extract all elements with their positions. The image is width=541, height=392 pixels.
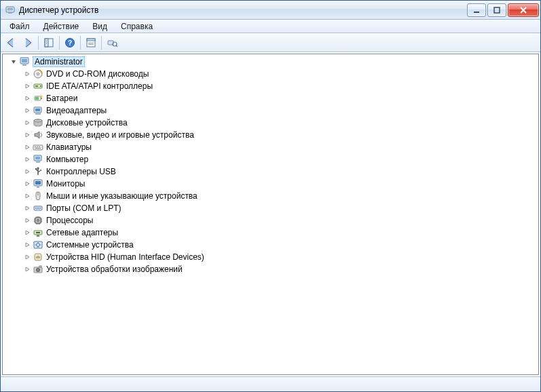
- menu-action[interactable]: Действие: [37, 21, 86, 32]
- tree-item-label: Контроллеры USB: [46, 167, 116, 176]
- tree-item[interactable]: Устройства обработки изображений: [23, 263, 537, 275]
- close-button[interactable]: [508, 3, 539, 17]
- svg-text:?: ?: [68, 39, 72, 47]
- toolbar-separator: [38, 36, 39, 50]
- tree-item-label: DVD и CD-ROM дисководы: [46, 69, 149, 79]
- help-button[interactable]: ?: [62, 35, 78, 51]
- tree-root-node[interactable]: Administrator: [10, 56, 537, 68]
- toolbar-separator: [59, 36, 60, 50]
- tree-item[interactable]: Контроллеры USB: [23, 165, 537, 178]
- menu-view[interactable]: Вид: [86, 21, 113, 32]
- expand-icon[interactable]: [23, 106, 31, 115]
- tree-root-label: Administrator: [33, 56, 85, 67]
- mouse-icon: [33, 191, 43, 201]
- collapse-icon[interactable]: [10, 58, 18, 66]
- expand-icon[interactable]: [23, 241, 31, 249]
- tree-item[interactable]: Мыши и иные указывающие устройства: [23, 190, 537, 202]
- tree-item[interactable]: Порты (COM и LPT): [23, 202, 537, 214]
- expand-icon[interactable]: [23, 131, 31, 139]
- expand-icon[interactable]: [23, 229, 31, 237]
- scan-hardware-button[interactable]: [104, 35, 120, 51]
- tree-item[interactable]: Компьютер: [23, 153, 537, 165]
- tree-item-label: Мыши и иные указывающие устройства: [46, 191, 198, 201]
- tree-item[interactable]: Устройства HID (Human Interface Devices): [23, 251, 537, 263]
- ide-icon: [33, 81, 43, 92]
- tree-item[interactable]: Мониторы: [23, 178, 537, 190]
- tree-item[interactable]: Процессоры: [23, 214, 537, 227]
- toolbar: ?: [1, 33, 540, 52]
- tree-item[interactable]: IDE ATA/ATAPI контроллеры: [23, 80, 537, 92]
- expand-icon[interactable]: [23, 168, 31, 176]
- toolbar-separator: [80, 36, 81, 50]
- expand-icon[interactable]: [23, 119, 31, 127]
- tree-item-label: Дисковые устройства: [46, 118, 128, 128]
- tree-item-label: Батареи: [46, 94, 77, 103]
- tree-item[interactable]: Клавиатуры: [23, 141, 537, 153]
- tree-item[interactable]: Батареи: [23, 92, 537, 104]
- sound-icon: [33, 130, 43, 140]
- show-hide-tree-button[interactable]: [41, 35, 57, 51]
- usb-icon: [33, 166, 43, 177]
- svg-rect-13: [87, 39, 95, 41]
- back-button[interactable]: [3, 35, 20, 51]
- expand-icon[interactable]: [23, 180, 31, 188]
- expand-icon[interactable]: [23, 253, 31, 261]
- expand-icon[interactable]: [23, 94, 31, 102]
- tree-item-label: Видеоадаптеры: [46, 106, 107, 115]
- properties-button[interactable]: [83, 35, 99, 51]
- expand-icon[interactable]: [23, 143, 31, 151]
- port-icon: [33, 203, 43, 214]
- tree-item[interactable]: Системные устройства: [23, 239, 537, 251]
- tree-item[interactable]: DVD и CD-ROM дисководы: [23, 68, 537, 80]
- tree-children: DVD и CD-ROM дисководыIDE ATA/ATAPI конт…: [10, 68, 537, 275]
- expand-icon[interactable]: [23, 216, 31, 224]
- expand-icon[interactable]: [23, 70, 31, 78]
- tree-item-label: IDE ATA/ATAPI контроллеры: [46, 81, 153, 91]
- svg-rect-14: [88, 43, 94, 43]
- window-title: Диспетчер устройств: [19, 5, 467, 15]
- menu-file[interactable]: Файл: [3, 21, 36, 32]
- tree-item-label: Компьютер: [46, 155, 88, 164]
- menu-help[interactable]: Справка: [115, 21, 159, 32]
- tree-item-label: Звуковые, видео и игровые устройства: [46, 130, 194, 140]
- device-tree[interactable]: Administrator DVD и CD-ROM дисководыIDE …: [2, 54, 539, 375]
- tree-item-label: Процессоры: [46, 216, 94, 225]
- monitor-icon: [33, 178, 43, 189]
- cpu-icon: [33, 215, 43, 226]
- minimize-button[interactable]: [467, 3, 486, 17]
- app-icon: [5, 5, 16, 16]
- expand-icon[interactable]: [23, 155, 31, 163]
- tree-item[interactable]: Звуковые, видео и игровые устройства: [23, 129, 537, 141]
- maximize-button[interactable]: [487, 3, 506, 17]
- svg-rect-1: [7, 8, 13, 9]
- statusbar: [1, 376, 540, 391]
- tree-item-label: Мониторы: [46, 179, 85, 189]
- svg-rect-15: [88, 44, 94, 45]
- expand-icon[interactable]: [23, 82, 31, 90]
- keyboard-icon: [33, 142, 43, 153]
- tree-item[interactable]: Сетевые адаптеры: [23, 227, 537, 239]
- tree-item-label: Порты (COM и LPT): [46, 203, 122, 213]
- svg-rect-8: [46, 41, 47, 41]
- tree-item-label: Устройства обработки изображений: [46, 264, 183, 274]
- imaging-icon: [33, 264, 43, 275]
- hid-icon: [33, 252, 43, 262]
- menubar: Файл Действие Вид Справка: [1, 20, 540, 33]
- svg-rect-3: [8, 12, 12, 14]
- window-controls: [467, 3, 539, 17]
- tree-item[interactable]: Дисковые устройства: [23, 117, 537, 129]
- svg-rect-2: [7, 9, 13, 10]
- network-icon: [33, 227, 43, 238]
- toolbar-separator: [101, 36, 102, 50]
- svg-rect-19: [22, 59, 27, 62]
- battery-icon: [33, 93, 43, 104]
- titlebar: Диспетчер устройств: [1, 1, 540, 20]
- expand-icon[interactable]: [23, 204, 31, 212]
- expand-icon[interactable]: [23, 192, 31, 200]
- tree-item-label: Системные устройства: [46, 240, 134, 250]
- tree-item[interactable]: Видеоадаптеры: [23, 104, 537, 117]
- computer-small-icon: [33, 154, 43, 165]
- tree-item-label: Клавиатуры: [46, 142, 92, 152]
- expand-icon[interactable]: [23, 265, 31, 273]
- forward-button[interactable]: [20, 35, 36, 51]
